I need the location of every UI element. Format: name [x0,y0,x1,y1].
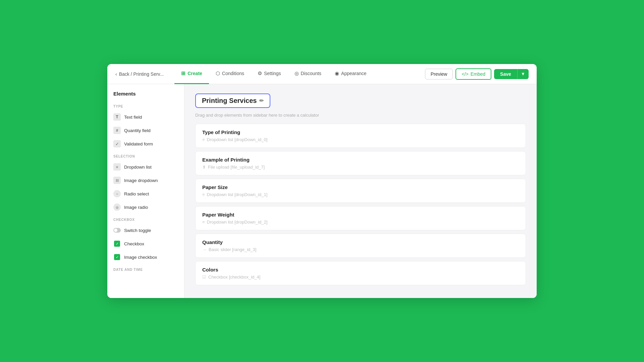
section-label-type: TYPE [107,101,184,110]
nav-tabs: ⊞ Create ⬡ Conditions ⚙ Settings ◎ Disco… [174,64,425,84]
header: ‹ Back / Printing Serv... ⊞ Create ⬡ Con… [107,64,537,84]
element-title-example-of-printing: Example of Printing [202,157,519,163]
dropdown-subtitle-icon-1: ≡ [202,192,205,197]
tab-conditions[interactable]: ⬡ Conditions [209,64,251,84]
dropdown-list-label: Dropdown list [124,165,152,170]
sidebar-item-image-dropdown[interactable]: ⊟ Image dropdown [107,174,184,187]
checkbox-subtitle-icon: ☑ [202,275,206,280]
discounts-tab-icon: ◎ [294,70,299,76]
body: Elements TYPE T Text field # Quantity fi… [107,84,537,298]
app-window: ‹ Back / Printing Serv... ⊞ Create ⬡ Con… [107,64,537,298]
upload-subtitle-icon: ⬆ [202,165,206,170]
form-element-example-of-printing[interactable]: Example of Printing ⬆ File upload [file_… [195,151,526,175]
element-subtitle-text-0: Dropdown list [dropDown_id_0] [207,137,268,142]
sidebar-item-image-radio[interactable]: ◎ Image radio [107,200,184,214]
sidebar-item-checkbox[interactable]: ✓ Checkbox [107,237,184,250]
tab-settings[interactable]: ⚙ Settings [251,64,288,84]
sidebar-item-radio-select[interactable]: ○ Radio select [107,187,184,200]
section-label-checkbox: CHECKBOX [107,214,184,224]
preview-button[interactable]: Preview [425,69,453,79]
checkbox-label: Checkbox [124,241,144,246]
settings-tab-icon: ⚙ [258,70,262,76]
element-subtitle-quantity: → Basic slider [range_id_3] [202,247,519,252]
tab-appearance[interactable]: ◉ Appearance [328,64,373,84]
embed-code-icon: </> [462,71,468,77]
dropdown-subtitle-icon-0: ≡ [202,137,205,142]
sidebar-item-switch-toggle[interactable]: Switch toggle [107,224,184,237]
chevron-down-icon: ▼ [521,71,525,76]
image-checkbox-label: Image checkbox [124,255,157,260]
element-subtitle-text-1: File upload [file_upload_id_7] [208,165,265,170]
switch-toggle-icon [113,227,121,234]
validated-form-label: Validated form [124,141,153,146]
form-element-type-of-printing[interactable]: Type of Printing ≡ Dropdown list [dropDo… [195,124,526,148]
checkbox-icon: ✓ [113,240,121,247]
section-label-datetime: DATE AND TIME [107,264,184,274]
create-tab-icon: ⊞ [181,70,185,76]
slider-subtitle-icon: → [202,247,207,252]
back-label: Back / Printing Serv... [119,71,164,77]
sidebar-item-quantity-field[interactable]: # Quantity field [107,124,184,137]
sidebar: Elements TYPE T Text field # Quantity fi… [107,84,184,298]
element-subtitle-text-2: Dropdown list [dropDown_id_1] [207,192,268,197]
drag-hint: Drag and drop elements from sidebar here… [195,113,526,118]
element-subtitle-example-of-printing: ⬆ File upload [file_upload_id_7] [202,165,519,170]
element-subtitle-paper-size: ≡ Dropdown list [dropDown_id_1] [202,192,519,197]
save-dropdown-button[interactable]: ▼ [517,69,529,79]
element-title-paper-size: Paper Size [202,184,519,190]
form-title: Printing Services [202,97,257,105]
tab-discounts-label: Discounts [301,71,321,76]
sidebar-item-dropdown-list[interactable]: ≡ Dropdown list [107,160,184,174]
radio-select-icon: ○ [113,190,121,197]
image-radio-label: Image radio [124,205,148,210]
element-subtitle-text-3: Dropdown list [dropDown_id_2] [207,220,268,225]
tab-create[interactable]: ⊞ Create [174,64,209,84]
element-subtitle-text-5: Checkbox [checkbox_id_4] [208,275,260,280]
quantity-field-label: Quantity field [124,128,151,133]
form-element-quantity[interactable]: Quantity → Basic slider [range_id_3] [195,234,526,258]
form-title-container: Printing Services ✏ [195,94,526,108]
dropdown-subtitle-icon-2: ≡ [202,220,205,225]
tab-create-label: Create [187,71,202,76]
appearance-tab-icon: ◉ [335,70,339,76]
section-label-selection: SELECTION [107,150,184,160]
embed-label: Embed [471,71,485,77]
back-link[interactable]: ‹ Back / Printing Serv... [115,71,164,77]
tab-appearance-label: Appearance [341,71,367,76]
tab-conditions-label: Conditions [222,71,244,76]
text-field-icon: T [113,113,121,121]
embed-button[interactable]: </> Embed [455,68,491,80]
save-button[interactable]: Save [494,69,517,79]
element-subtitle-paper-weight: ≡ Dropdown list [dropDown_id_2] [202,220,519,225]
sidebar-title: Elements [107,91,184,101]
image-dropdown-icon: ⊟ [113,177,121,184]
form-element-colors[interactable]: Colors ☑ Checkbox [checkbox_id_4] [195,261,526,285]
sidebar-item-validated-form[interactable]: ✓ Validated form [107,137,184,150]
form-title-box[interactable]: Printing Services ✏ [195,94,270,108]
dropdown-list-icon: ≡ [113,163,121,171]
form-element-paper-size[interactable]: Paper Size ≡ Dropdown list [dropDown_id_… [195,179,526,203]
element-subtitle-text-4: Basic slider [range_id_3] [209,247,256,252]
element-title-quantity: Quantity [202,239,519,245]
tab-discounts[interactable]: ◎ Discounts [288,64,328,84]
radio-select-label: Radio select [124,191,149,196]
validated-form-icon: ✓ [113,140,121,147]
switch-toggle-label: Switch toggle [124,228,151,233]
main-content: Printing Services ✏ Drag and drop elemen… [184,84,537,298]
tab-settings-label: Settings [264,71,281,76]
sidebar-item-image-checkbox[interactable]: ✓ Image checkbox [107,250,184,264]
image-radio-icon: ◎ [113,203,121,211]
element-subtitle-colors: ☑ Checkbox [checkbox_id_4] [202,275,519,280]
quantity-field-icon: # [113,127,121,134]
element-title-paper-weight: Paper Weight [202,212,519,218]
element-title-type-of-printing: Type of Printing [202,129,519,135]
save-group: Save ▼ [494,69,529,79]
text-field-label: Text field [124,115,142,120]
edit-title-icon: ✏ [259,98,264,104]
form-element-paper-weight[interactable]: Paper Weight ≡ Dropdown list [dropDown_i… [195,206,526,230]
element-title-colors: Colors [202,267,519,273]
conditions-tab-icon: ⬡ [216,70,220,76]
back-icon: ‹ [115,71,117,77]
sidebar-item-text-field[interactable]: T Text field [107,110,184,124]
image-dropdown-label: Image dropdown [124,178,158,183]
